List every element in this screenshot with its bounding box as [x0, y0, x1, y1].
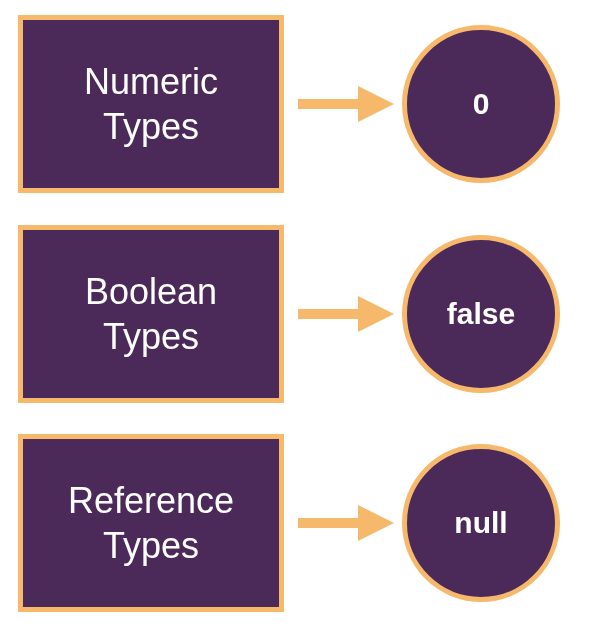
type-box-label: ReferenceTypes: [68, 478, 234, 568]
default-value-circle: null: [402, 444, 560, 602]
type-box-label: BooleanTypes: [85, 269, 217, 359]
diagram-row: ReferenceTypes null: [18, 433, 582, 613]
diagram-row: NumericTypes 0: [18, 14, 582, 194]
svg-marker-5: [358, 505, 394, 541]
type-box-label: NumericTypes: [84, 59, 218, 149]
arrow-right-icon: [298, 498, 394, 548]
svg-marker-3: [358, 296, 394, 332]
type-box-reference: ReferenceTypes: [18, 434, 284, 612]
default-value-label: false: [447, 297, 515, 331]
default-value-circle: 0: [402, 25, 560, 183]
type-box-numeric: NumericTypes: [18, 15, 284, 193]
default-value-label: 0: [473, 87, 490, 121]
default-value-circle: false: [402, 235, 560, 393]
type-box-boolean: BooleanTypes: [18, 225, 284, 403]
arrow-right-icon: [298, 289, 394, 339]
diagram-container: NumericTypes 0 BooleanTypes false Refe: [0, 0, 600, 627]
svg-marker-1: [358, 86, 394, 122]
diagram-row: BooleanTypes false: [18, 224, 582, 404]
default-value-label: null: [454, 506, 507, 540]
arrow-right-icon: [298, 79, 394, 129]
